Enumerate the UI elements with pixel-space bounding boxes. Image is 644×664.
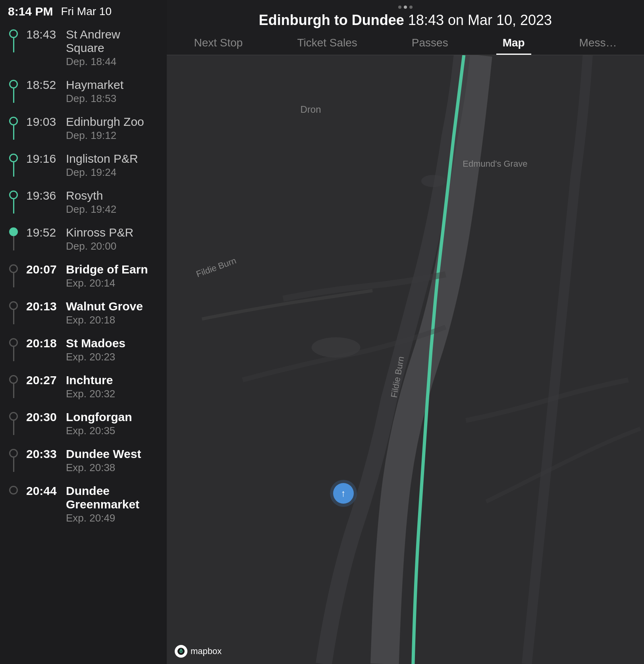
stop-main-11: 20:33 Dundee West bbox=[26, 447, 159, 461]
stop-time-7: 20:13 bbox=[26, 300, 61, 313]
stop-item-11[interactable]: 20:33 Dundee West Exp. 20:38 bbox=[0, 445, 167, 482]
top-bar: Edinburgh to Dundee 18:43 on Mar 10, 202… bbox=[167, 0, 644, 55]
stop-item-10[interactable]: 20:30 Longforgan Exp. 20:35 bbox=[0, 408, 167, 445]
stop-time-5: 19:52 bbox=[26, 226, 61, 239]
stop-name-11: Dundee West bbox=[66, 447, 141, 461]
stop-connector-3 bbox=[13, 162, 14, 177]
map-area[interactable]: Dron Edmund's Grave Fildie Burn Fildie B… bbox=[167, 55, 644, 664]
tab-ticket-sales[interactable]: Ticket Sales bbox=[291, 33, 363, 55]
stop-item-4[interactable]: 19:36 Rosyth Dep. 19:42 bbox=[0, 187, 167, 223]
mapbox-logo: mapbox bbox=[175, 645, 222, 658]
stop-line-0 bbox=[8, 28, 19, 52]
stop-line-3 bbox=[8, 152, 19, 177]
stop-main-0: 18:43 St Andrew Square bbox=[26, 28, 159, 55]
stop-info-12: 20:44 Dundee Greenmarket Exp. 20:49 bbox=[26, 484, 159, 530]
stop-dep-5: Dep. 20:00 bbox=[66, 240, 159, 252]
stop-name-1: Haymarket bbox=[66, 78, 123, 92]
tab-map[interactable]: Map bbox=[496, 33, 531, 55]
stop-item-8[interactable]: 20:18 St Madoes Exp. 20:23 bbox=[0, 334, 167, 371]
stop-name-4: Rosyth bbox=[66, 189, 103, 202]
stop-dot-8 bbox=[9, 338, 18, 347]
mapbox-logo-icon bbox=[175, 645, 187, 658]
stop-main-1: 18:52 Haymarket bbox=[26, 78, 159, 92]
stop-time-4: 19:36 bbox=[26, 189, 61, 202]
stop-time-0: 18:43 bbox=[26, 28, 61, 41]
tab-passes[interactable]: Passes bbox=[405, 33, 455, 55]
stop-item-0[interactable]: 18:43 St Andrew Square Dep. 18:44 bbox=[0, 25, 167, 76]
stop-name-6: Bridge of Earn bbox=[66, 263, 148, 276]
stop-name-5: Kinross P&R bbox=[66, 226, 133, 239]
stop-name-0: St Andrew Square bbox=[66, 28, 159, 55]
stop-time-8: 20:18 bbox=[26, 337, 61, 350]
tabs-bar: Next StopTicket SalesPassesMapMess… bbox=[167, 29, 644, 55]
stop-connector-1 bbox=[13, 89, 14, 103]
stop-line-6 bbox=[8, 263, 19, 287]
stop-dot-3 bbox=[9, 154, 18, 162]
stop-item-6[interactable]: 20:07 Bridge of Earn Exp. 20:14 bbox=[0, 260, 167, 297]
stop-time-2: 19:03 bbox=[26, 115, 61, 129]
stop-info-9: 20:27 Inchture Exp. 20:32 bbox=[26, 373, 159, 406]
stop-dot-2 bbox=[9, 117, 18, 125]
stop-item-9[interactable]: 20:27 Inchture Exp. 20:32 bbox=[0, 371, 167, 408]
tab-next-stop[interactable]: Next Stop bbox=[187, 33, 249, 55]
stop-item-7[interactable]: 20:13 Walnut Grove Exp. 20:18 bbox=[0, 297, 167, 334]
stop-info-6: 20:07 Bridge of Earn Exp. 20:14 bbox=[26, 263, 159, 295]
stop-dot-7 bbox=[9, 301, 18, 310]
stop-dep-11: Exp. 20:38 bbox=[66, 462, 159, 474]
stop-time-1: 18:52 bbox=[26, 78, 61, 92]
stop-main-2: 19:03 Edinburgh Zoo bbox=[26, 115, 159, 129]
stop-dep-9: Exp. 20:32 bbox=[66, 388, 159, 400]
stop-main-8: 20:18 St Madoes bbox=[26, 337, 159, 350]
stop-item-12[interactable]: 20:44 Dundee Greenmarket Exp. 20:49 bbox=[0, 482, 167, 532]
stop-item-3[interactable]: 19:16 Ingliston P&R Dep. 19:24 bbox=[0, 150, 167, 187]
stop-item-1[interactable]: 18:52 Haymarket Dep. 18:53 bbox=[0, 76, 167, 113]
status-date: Fri Mar 10 bbox=[61, 5, 112, 18]
stop-info-2: 19:03 Edinburgh Zoo Dep. 19:12 bbox=[26, 115, 159, 147]
mapbox-label: mapbox bbox=[191, 646, 222, 656]
stop-dot-11 bbox=[9, 449, 18, 458]
stop-time-6: 20:07 bbox=[26, 263, 61, 276]
stop-dep-4: Dep. 19:42 bbox=[66, 203, 159, 216]
stop-main-6: 20:07 Bridge of Earn bbox=[26, 263, 159, 276]
stop-main-10: 20:30 Longforgan bbox=[26, 410, 159, 424]
left-panel: 8:14 PM Fri Mar 10 18:43 St Andrew Squar… bbox=[0, 0, 167, 664]
stop-connector-2 bbox=[13, 125, 14, 140]
dots-indicator bbox=[398, 6, 413, 9]
stop-info-1: 18:52 Haymarket Dep. 18:53 bbox=[26, 78, 159, 110]
stop-name-7: Walnut Grove bbox=[66, 300, 143, 313]
stop-info-7: 20:13 Walnut Grove Exp. 20:18 bbox=[26, 300, 159, 332]
stop-dot-1 bbox=[9, 80, 18, 89]
stop-name-3: Ingliston P&R bbox=[66, 152, 138, 166]
stop-dep-8: Exp. 20:23 bbox=[66, 351, 159, 363]
stop-main-7: 20:13 Walnut Grove bbox=[26, 300, 159, 313]
map-svg bbox=[167, 55, 644, 664]
stop-connector-5 bbox=[13, 236, 14, 250]
stop-info-5: 19:52 Kinross P&R Dep. 20:00 bbox=[26, 226, 159, 258]
tab-messages[interactable]: Mess… bbox=[573, 33, 623, 55]
stop-main-9: 20:27 Inchture bbox=[26, 373, 159, 387]
stops-list: 18:43 St Andrew Square Dep. 18:44 18:52 … bbox=[0, 21, 167, 664]
stop-line-8 bbox=[8, 337, 19, 361]
route-from: Edinburgh to Dundee bbox=[259, 12, 404, 28]
stop-time-12: 20:44 bbox=[26, 484, 61, 498]
stop-item-2[interactable]: 19:03 Edinburgh Zoo Dep. 19:12 bbox=[0, 113, 167, 150]
stop-line-4 bbox=[8, 189, 19, 214]
stop-connector-7 bbox=[13, 310, 14, 324]
stop-time-9: 20:27 bbox=[26, 373, 61, 387]
stop-name-2: Edinburgh Zoo bbox=[66, 115, 144, 129]
stop-main-4: 19:36 Rosyth bbox=[26, 189, 159, 202]
stop-dot-12 bbox=[9, 486, 18, 495]
stop-name-9: Inchture bbox=[66, 373, 113, 387]
stop-info-4: 19:36 Rosyth Dep. 19:42 bbox=[26, 189, 159, 221]
stop-dep-12: Exp. 20:49 bbox=[66, 512, 159, 524]
stop-connector-11 bbox=[13, 458, 14, 472]
stop-dep-6: Exp. 20:14 bbox=[66, 277, 159, 289]
stop-dot-10 bbox=[9, 412, 18, 421]
stop-connector-6 bbox=[13, 273, 14, 287]
stop-time-10: 20:30 bbox=[26, 410, 61, 424]
stop-dot-9 bbox=[9, 375, 18, 384]
dots-row bbox=[167, 0, 644, 10]
stop-dep-0: Dep. 18:44 bbox=[66, 56, 159, 68]
stop-item-5[interactable]: 19:52 Kinross P&R Dep. 20:00 bbox=[0, 223, 167, 260]
location-pin bbox=[333, 483, 354, 504]
